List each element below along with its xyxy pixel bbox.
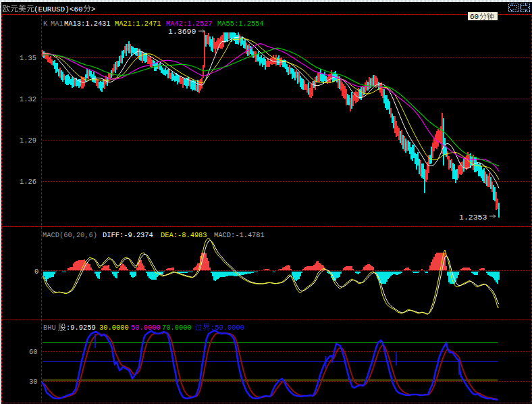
svg-text:1.26: 1.26	[20, 178, 36, 186]
svg-text:DEA:-8.4983: DEA:-8.4983	[161, 231, 207, 239]
svg-text:MA55:1.2554: MA55:1.2554	[217, 20, 264, 28]
svg-text:60: 60	[29, 348, 37, 356]
svg-text:MA13:1.2431: MA13:1.2431	[64, 20, 111, 28]
svg-text:70.0000: 70.0000	[162, 324, 192, 332]
svg-text:(EURUSD)<60: (EURUSD)<60	[34, 5, 83, 14]
svg-text:>: >	[91, 5, 95, 14]
svg-text:DIFF:-9.2374: DIFF:-9.2374	[103, 231, 153, 239]
svg-text:MACD(60,20,6): MACD(60,20,6)	[43, 231, 97, 239]
svg-text:50.0000: 50.0000	[131, 324, 161, 332]
svg-text::9.9259: :9.9259	[66, 324, 96, 332]
svg-text:1.29: 1.29	[20, 136, 36, 145]
svg-text:30: 30	[29, 378, 37, 386]
svg-text:1.2353: 1.2353	[459, 213, 487, 222]
svg-text:30.0000: 30.0000	[99, 324, 129, 332]
svg-text:MACD:-1.4781: MACD:-1.4781	[214, 231, 265, 239]
svg-text::50.0000: :50.0000	[211, 324, 244, 332]
svg-text:K: K	[43, 20, 48, 28]
svg-text:60: 60	[470, 13, 479, 21]
svg-text:1.32: 1.32	[20, 95, 36, 103]
svg-text:MA1: MA1	[51, 20, 63, 28]
svg-text:BHU: BHU	[43, 324, 56, 332]
svg-text:1.35: 1.35	[20, 54, 36, 62]
svg-text:1.3690: 1.3690	[168, 27, 196, 36]
svg-text:0: 0	[34, 268, 38, 276]
svg-text:MA21:1.2471: MA21:1.2471	[115, 20, 161, 28]
